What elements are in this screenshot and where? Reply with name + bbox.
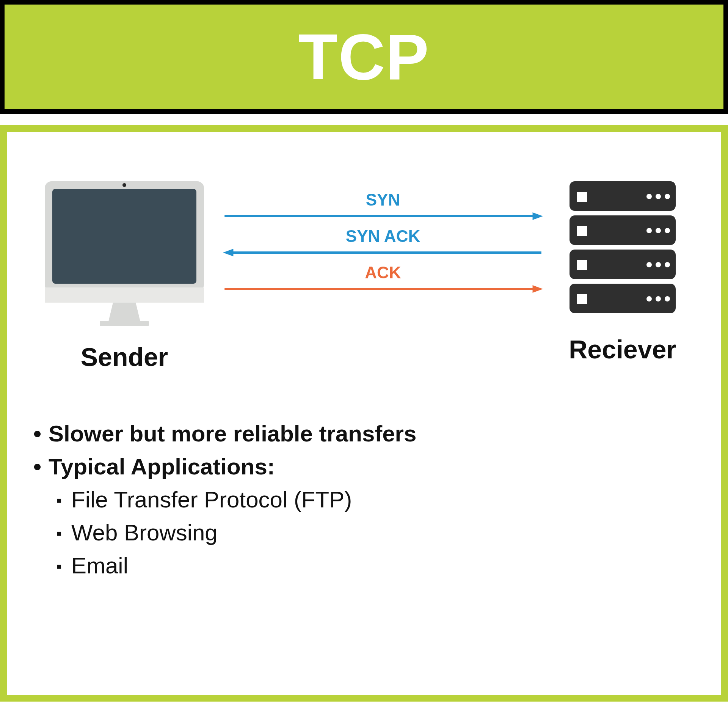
svg-rect-17 <box>577 226 587 236</box>
svg-marker-10 <box>533 285 543 293</box>
sender-label: Sender <box>33 342 215 372</box>
svg-point-20 <box>665 228 670 233</box>
svg-rect-4 <box>100 321 149 326</box>
header-bar: TCP <box>0 0 728 114</box>
svg-point-29 <box>656 296 661 301</box>
svg-point-24 <box>656 262 661 267</box>
body-panel: Sender SYN SYN ACK <box>0 125 728 702</box>
svg-marker-8 <box>223 249 233 256</box>
header-title: TCP <box>298 20 430 94</box>
svg-point-14 <box>656 194 661 199</box>
svg-rect-3 <box>45 287 204 303</box>
svg-rect-12 <box>577 192 587 202</box>
arrow-syn: SYN <box>223 193 543 221</box>
bullet-sub: Web Browsing <box>49 516 695 549</box>
arrow-syn-ack: SYN ACK <box>223 229 543 257</box>
server-rack-icon <box>566 177 679 323</box>
arrow-label: ACK <box>223 263 543 282</box>
svg-marker-6 <box>533 212 543 220</box>
bullet-main: Typical Applications: <box>49 450 695 483</box>
svg-point-30 <box>665 296 670 301</box>
svg-point-23 <box>646 262 652 267</box>
sender-node: Sender <box>33 177 215 372</box>
svg-point-25 <box>665 262 670 267</box>
receiver-label: Reciever <box>551 334 695 364</box>
svg-rect-27 <box>577 294 587 304</box>
svg-point-15 <box>665 194 670 199</box>
svg-point-19 <box>656 228 661 233</box>
arrow-label: SYN ACK <box>223 227 543 246</box>
receiver-node: Reciever <box>551 177 695 364</box>
arrow-ack: ACK <box>223 265 543 294</box>
bullet-list: Slower but more reliable transfers Typic… <box>33 417 695 582</box>
handshake-diagram: Sender SYN SYN ACK <box>33 162 695 372</box>
svg-point-18 <box>646 228 652 233</box>
bullet-main: Slower but more reliable transfers <box>49 417 695 450</box>
handshake-arrows: SYN SYN ACK ACK <box>215 177 551 294</box>
diagram-container: TCP Sender <box>0 0 728 705</box>
arrow-label: SYN <box>223 190 543 209</box>
svg-point-13 <box>646 194 652 199</box>
bullet-sub: Email <box>49 549 695 582</box>
svg-rect-22 <box>577 260 587 270</box>
svg-point-28 <box>646 296 652 301</box>
monitor-icon <box>41 177 208 331</box>
svg-point-2 <box>122 183 126 187</box>
svg-rect-1 <box>52 189 196 284</box>
bullet-sub: File Transfer Protocol (FTP) <box>49 483 695 516</box>
